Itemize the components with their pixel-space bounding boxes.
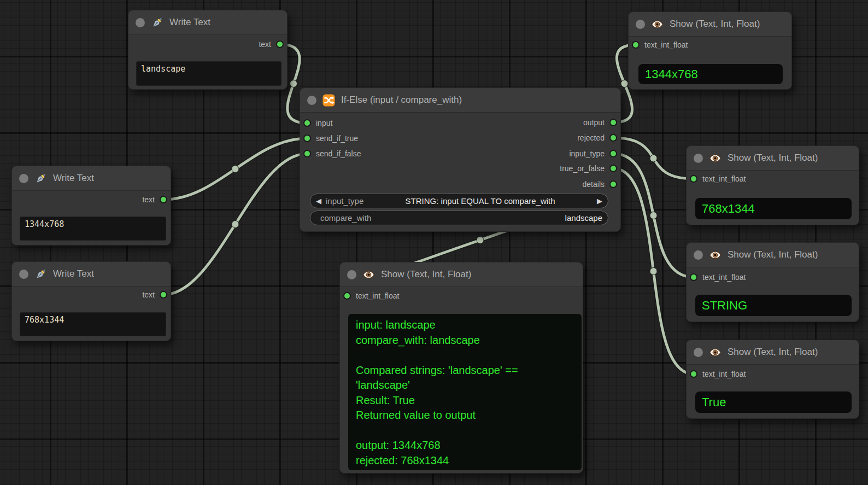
pen-nib-icon (34, 172, 47, 185)
port-dot[interactable] (303, 150, 311, 157)
compare-with-text-widget[interactable]: compare_with landscape (310, 211, 608, 225)
node-write-text-landscape[interactable]: Write Text text landscape (128, 10, 288, 90)
port-dot[interactable] (609, 150, 617, 157)
input-port-text-int-float[interactable]: text_int_float (690, 173, 746, 184)
node-header[interactable]: Write Text (12, 166, 171, 191)
node-header[interactable]: Write Text (12, 262, 171, 287)
input-port-text-int-float[interactable]: text_int_float (690, 272, 746, 283)
link-midpoint-dot[interactable] (290, 80, 297, 87)
link-midpoint-dot[interactable] (232, 166, 239, 173)
node-write-text-768x1344[interactable]: Write Text text 768x1344 (11, 261, 171, 341)
node-header[interactable]: If-Else (input / compare_with) (300, 88, 620, 113)
eye-icon (709, 346, 722, 359)
node-title: If-Else (input / compare_with) (341, 95, 462, 106)
collapse-dot[interactable] (19, 174, 28, 183)
output-port-text[interactable]: text (142, 194, 167, 205)
node-title: Write Text (53, 173, 94, 184)
text-input-area[interactable]: 768x1344 (20, 312, 166, 336)
port-dot[interactable] (690, 370, 697, 378)
output-port-output[interactable]: output (583, 117, 617, 128)
shuffle-icon (322, 94, 335, 107)
output-port-true-or-false[interactable]: true_or_false (560, 163, 617, 174)
port-dot[interactable] (609, 134, 617, 142)
node-show-true[interactable]: Show (Text, Int, Float) text_int_float T… (686, 340, 859, 419)
output-port-input-type[interactable]: input_type (569, 148, 617, 159)
text-input-area[interactable]: 1344x768 (20, 217, 166, 241)
node-title: Write Text (53, 268, 94, 279)
collapse-dot[interactable] (347, 270, 356, 279)
pen-nib-icon (34, 268, 47, 281)
pen-nib-icon (151, 16, 163, 29)
node-title: Show (Text, Int, Float) (670, 19, 760, 30)
collapse-dot[interactable] (694, 154, 703, 163)
collapse-dot[interactable] (694, 348, 703, 357)
input-port-text-int-float[interactable]: text_int_float (632, 39, 688, 50)
collapse-dot[interactable] (307, 96, 316, 105)
port-dot[interactable] (609, 119, 617, 126)
node-header[interactable]: Write Text (128, 10, 287, 35)
value-display: STRING (695, 295, 852, 316)
link-midpoint-dot[interactable] (650, 155, 657, 162)
port-dot[interactable] (609, 165, 617, 172)
node-show-string[interactable]: Show (Text, Int, Float) text_int_float S… (686, 242, 859, 322)
combo-left-arrow-icon[interactable]: ◀ (316, 197, 321, 204)
input-port-input[interactable]: input (303, 118, 332, 128)
input-port-text-int-float[interactable]: text_int_float (343, 290, 399, 301)
link-midpoint-dot[interactable] (621, 80, 628, 87)
combo-right-arrow-icon[interactable]: ▶ (597, 197, 602, 204)
node-title: Show (Text, Int, Float) (381, 269, 471, 280)
port-dot[interactable] (690, 175, 697, 183)
node-title: Write Text (169, 17, 210, 28)
collapse-dot[interactable] (694, 250, 703, 260)
collapse-dot[interactable] (19, 270, 28, 279)
output-port-text[interactable]: text (259, 39, 284, 50)
port-dot[interactable] (160, 196, 167, 203)
node-header[interactable]: Show (Text, Int, Float) (687, 243, 859, 267)
output-port-rejected[interactable]: rejected (577, 132, 617, 143)
eye-icon (362, 268, 375, 281)
value-display: 768x1344 (695, 198, 852, 219)
collapse-dot[interactable] (136, 18, 145, 27)
text-input-area[interactable]: landscape (136, 61, 281, 86)
input-port-text-int-float[interactable]: text_int_float (690, 369, 746, 379)
link-midpoint-dot[interactable] (650, 212, 657, 219)
eye-icon (709, 249, 722, 261)
graph-canvas[interactable]: { "colors": { "wire": "#b5c4ae", "port_g… (0, 0, 868, 485)
link-midpoint-dot[interactable] (650, 268, 657, 275)
port-dot[interactable] (276, 40, 284, 48)
port-dot[interactable] (632, 41, 640, 49)
value-display: True (695, 391, 852, 413)
input-type-combo-widget[interactable]: ◀ input_type STRING: input EQUAL TO comp… (310, 194, 608, 208)
node-header[interactable]: Show (Text, Int, Float) (687, 146, 859, 171)
node-write-text-1344x768[interactable]: Write Text text 1344x768 (11, 166, 171, 246)
node-header[interactable]: Show (Text, Int, Float) (629, 12, 791, 37)
collapse-dot[interactable] (636, 20, 645, 29)
port-dot[interactable] (690, 273, 697, 281)
port-dot[interactable] (303, 119, 311, 127)
node-show-1344x768[interactable]: Show (Text, Int, Float) text_int_float 1… (628, 11, 792, 90)
node-title: Show (Text, Int, Float) (728, 153, 818, 163)
output-port-text[interactable]: text (142, 289, 167, 300)
node-if-else[interactable]: If-Else (input / compare_with) input sen… (300, 87, 621, 232)
node-title: Show (Text, Int, Float) (728, 249, 818, 260)
node-title: Show (Text, Int, Float) (728, 347, 818, 358)
output-port-details[interactable]: details (583, 179, 617, 190)
node-show-details[interactable]: Show (Text, Int, Float) text_int_float i… (339, 262, 583, 474)
details-display: input: landscapecompare_with: landscape … (348, 314, 582, 470)
port-dot[interactable] (609, 180, 617, 188)
port-dot[interactable] (343, 292, 351, 300)
input-port-send-if-true[interactable]: send_if_true (303, 133, 358, 144)
port-dot[interactable] (160, 291, 167, 299)
input-port-send-if-false[interactable]: send_if_false (303, 148, 361, 159)
node-header[interactable]: Show (Text, Int, Float) (340, 262, 583, 287)
eye-icon (709, 152, 722, 165)
eye-icon (651, 18, 664, 31)
port-dot[interactable] (303, 135, 311, 142)
node-show-768x1344[interactable]: Show (Text, Int, Float) text_int_float 7… (686, 145, 859, 225)
link-midpoint-dot[interactable] (232, 221, 239, 228)
node-header[interactable]: Show (Text, Int, Float) (687, 340, 859, 365)
link-midpoint-dot[interactable] (477, 237, 484, 244)
value-display: 1344x768 (638, 64, 783, 84)
